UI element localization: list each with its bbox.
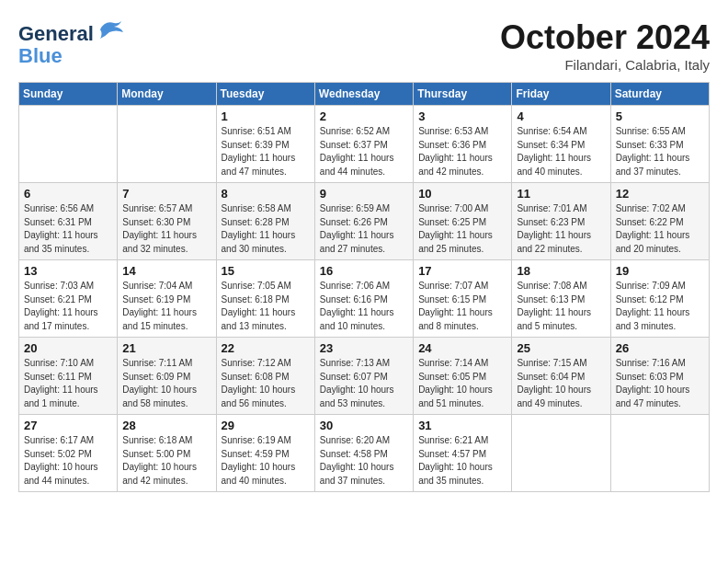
day-number: 22: [222, 341, 310, 355]
calendar-cell: 16Sunrise: 7:06 AM Sunset: 6:16 PM Dayli…: [314, 260, 413, 338]
day-info: Sunrise: 6:57 AM Sunset: 6:30 PM Dayligh…: [122, 202, 210, 256]
day-info: Sunrise: 7:16 AM Sunset: 6:03 PM Dayligh…: [616, 357, 704, 410]
day-info: Sunrise: 6:51 AM Sunset: 6:39 PM Dayligh…: [222, 125, 310, 178]
logo-text-blue: Blue: [18, 45, 123, 67]
day-number: 24: [418, 341, 506, 355]
calendar-cell: 4Sunrise: 6:54 AM Sunset: 6:34 PM Daylig…: [512, 106, 610, 183]
calendar-cell: 23Sunrise: 7:13 AM Sunset: 6:07 PM Dayli…: [314, 338, 413, 415]
day-number: 14: [122, 264, 210, 278]
day-number: 6: [24, 187, 112, 201]
day-info: Sunrise: 7:15 AM Sunset: 6:04 PM Dayligh…: [517, 357, 605, 410]
weekday-header-saturday: Saturday: [610, 83, 709, 106]
calendar-cell: [19, 106, 118, 183]
day-number: 10: [418, 187, 506, 201]
day-info: Sunrise: 6:53 AM Sunset: 6:36 PM Dayligh…: [418, 125, 506, 178]
day-number: 7: [122, 187, 210, 201]
week-row-4: 20Sunrise: 7:10 AM Sunset: 6:11 PM Dayli…: [19, 338, 710, 415]
calendar-cell: 14Sunrise: 7:04 AM Sunset: 6:19 PM Dayli…: [118, 260, 216, 338]
calendar-cell: 29Sunrise: 6:19 AM Sunset: 4:59 PM Dayli…: [216, 415, 314, 492]
calendar-cell: 13Sunrise: 7:03 AM Sunset: 6:21 PM Dayli…: [19, 260, 118, 338]
calendar-cell: 24Sunrise: 7:14 AM Sunset: 6:05 PM Dayli…: [414, 338, 512, 415]
day-info: Sunrise: 6:55 AM Sunset: 6:33 PM Dayligh…: [616, 125, 704, 178]
day-info: Sunrise: 7:12 AM Sunset: 6:08 PM Dayligh…: [222, 357, 310, 410]
day-info: Sunrise: 7:01 AM Sunset: 6:23 PM Dayligh…: [517, 202, 605, 256]
calendar-cell: 3Sunrise: 6:53 AM Sunset: 6:36 PM Daylig…: [414, 106, 512, 183]
calendar-cell: 8Sunrise: 6:58 AM Sunset: 6:28 PM Daylig…: [216, 183, 314, 260]
day-number: 4: [517, 109, 605, 123]
title-block: October 2024 Filandari, Calabria, Italy: [500, 18, 710, 73]
calendar-cell: 22Sunrise: 7:12 AM Sunset: 6:08 PM Dayli…: [216, 338, 314, 415]
calendar-cell: 10Sunrise: 7:00 AM Sunset: 6:25 PM Dayli…: [414, 183, 512, 260]
calendar-cell: 19Sunrise: 7:09 AM Sunset: 6:12 PM Dayli…: [610, 260, 709, 338]
day-number: 30: [320, 419, 408, 432]
logo-text: General: [18, 18, 123, 45]
day-number: 15: [222, 264, 310, 278]
calendar-cell: 21Sunrise: 7:11 AM Sunset: 6:09 PM Dayli…: [118, 338, 216, 415]
day-number: 9: [320, 187, 408, 201]
calendar-cell: 11Sunrise: 7:01 AM Sunset: 6:23 PM Dayli…: [512, 183, 610, 260]
day-number: 26: [616, 341, 704, 355]
day-number: 8: [222, 187, 310, 201]
calendar-cell: 25Sunrise: 7:15 AM Sunset: 6:04 PM Dayli…: [512, 338, 610, 415]
week-row-3: 13Sunrise: 7:03 AM Sunset: 6:21 PM Dayli…: [19, 260, 710, 338]
day-number: 3: [418, 109, 506, 123]
day-number: 21: [122, 341, 210, 355]
day-info: Sunrise: 7:07 AM Sunset: 6:15 PM Dayligh…: [418, 280, 506, 333]
day-info: Sunrise: 7:11 AM Sunset: 6:09 PM Dayligh…: [122, 357, 210, 410]
calendar-cell: 17Sunrise: 7:07 AM Sunset: 6:15 PM Dayli…: [414, 260, 512, 338]
day-info: Sunrise: 6:17 AM Sunset: 5:02 PM Dayligh…: [24, 434, 112, 488]
day-number: 13: [24, 264, 112, 278]
calendar-cell: 27Sunrise: 6:17 AM Sunset: 5:02 PM Dayli…: [19, 415, 118, 492]
day-info: Sunrise: 6:58 AM Sunset: 6:28 PM Dayligh…: [222, 202, 310, 256]
day-number: 2: [320, 109, 408, 123]
day-info: Sunrise: 7:00 AM Sunset: 6:25 PM Dayligh…: [418, 202, 506, 256]
weekday-header-tuesday: Tuesday: [216, 83, 314, 106]
weekday-header-thursday: Thursday: [414, 83, 512, 106]
day-number: 19: [616, 264, 704, 278]
day-number: 5: [616, 109, 704, 123]
weekday-header-sunday: Sunday: [19, 83, 118, 106]
calendar-cell: 18Sunrise: 7:08 AM Sunset: 6:13 PM Dayli…: [512, 260, 610, 338]
calendar-cell: 7Sunrise: 6:57 AM Sunset: 6:30 PM Daylig…: [118, 183, 216, 260]
calendar-cell: [118, 106, 216, 183]
calendar-cell: 1Sunrise: 6:51 AM Sunset: 6:39 PM Daylig…: [216, 106, 314, 183]
page-header: General Blue October 2024 Filandari, Cal…: [18, 18, 710, 73]
calendar-cell: 5Sunrise: 6:55 AM Sunset: 6:33 PM Daylig…: [610, 106, 709, 183]
calendar-cell: 28Sunrise: 6:18 AM Sunset: 5:00 PM Dayli…: [118, 415, 216, 492]
week-row-2: 6Sunrise: 6:56 AM Sunset: 6:31 PM Daylig…: [19, 183, 710, 260]
day-info: Sunrise: 7:13 AM Sunset: 6:07 PM Dayligh…: [320, 357, 408, 410]
day-info: Sunrise: 7:06 AM Sunset: 6:16 PM Dayligh…: [320, 280, 408, 333]
calendar-cell: 12Sunrise: 7:02 AM Sunset: 6:22 PM Dayli…: [610, 183, 709, 260]
day-number: 17: [418, 264, 506, 278]
day-number: 28: [122, 419, 210, 432]
day-number: 31: [418, 419, 506, 432]
day-number: 11: [517, 187, 605, 201]
day-info: Sunrise: 6:56 AM Sunset: 6:31 PM Dayligh…: [24, 202, 112, 256]
day-info: Sunrise: 6:21 AM Sunset: 4:57 PM Dayligh…: [418, 434, 506, 488]
calendar-cell: 6Sunrise: 6:56 AM Sunset: 6:31 PM Daylig…: [19, 183, 118, 260]
day-info: Sunrise: 6:19 AM Sunset: 4:59 PM Dayligh…: [222, 434, 310, 488]
calendar-cell: 20Sunrise: 7:10 AM Sunset: 6:11 PM Dayli…: [19, 338, 118, 415]
week-row-1: 1Sunrise: 6:51 AM Sunset: 6:39 PM Daylig…: [19, 106, 710, 183]
calendar-cell: 30Sunrise: 6:20 AM Sunset: 4:58 PM Dayli…: [314, 415, 413, 492]
weekday-header-monday: Monday: [118, 83, 216, 106]
weekday-header-row: SundayMondayTuesdayWednesdayThursdayFrid…: [19, 83, 710, 106]
logo: General Blue: [18, 18, 123, 67]
logo-bird-icon: [96, 18, 123, 40]
weekday-header-wednesday: Wednesday: [314, 83, 413, 106]
day-number: 23: [320, 341, 408, 355]
day-number: 25: [517, 341, 605, 355]
day-number: 1: [222, 109, 310, 123]
day-info: Sunrise: 7:02 AM Sunset: 6:22 PM Dayligh…: [616, 202, 704, 256]
calendar-table: SundayMondayTuesdayWednesdayThursdayFrid…: [18, 82, 710, 492]
calendar-cell: 31Sunrise: 6:21 AM Sunset: 4:57 PM Dayli…: [414, 415, 512, 492]
day-info: Sunrise: 7:08 AM Sunset: 6:13 PM Dayligh…: [517, 280, 605, 333]
calendar-cell: 26Sunrise: 7:16 AM Sunset: 6:03 PM Dayli…: [610, 338, 709, 415]
weekday-header-friday: Friday: [512, 83, 610, 106]
month-title: October 2024: [500, 18, 710, 57]
day-number: 29: [222, 419, 310, 432]
calendar-cell: 2Sunrise: 6:52 AM Sunset: 6:37 PM Daylig…: [314, 106, 413, 183]
day-number: 20: [24, 341, 112, 355]
day-info: Sunrise: 6:52 AM Sunset: 6:37 PM Dayligh…: [320, 125, 408, 178]
calendar-cell: 15Sunrise: 7:05 AM Sunset: 6:18 PM Dayli…: [216, 260, 314, 338]
